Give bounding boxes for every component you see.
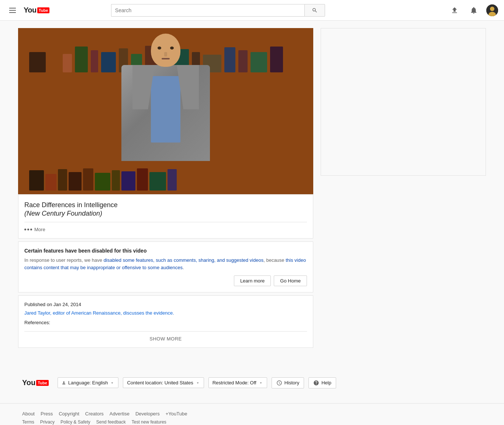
footer-link-copyright[interactable]: Copyright — [59, 411, 79, 417]
main-container: Race Differences in Intelligence (New Ce… — [12, 21, 492, 355]
restricted-mode-selector[interactable]: Restricted Mode: Off — [208, 377, 267, 388]
youtube-logo[interactable]: YouTube — [24, 6, 49, 14]
description-box: Published on Jan 24, 2014 Jared Taylor, … — [18, 295, 313, 348]
search-input[interactable] — [111, 4, 304, 17]
show-more-button[interactable]: SHOW MORE — [24, 331, 307, 342]
footer-controls: Language: English Content location: Unit… — [58, 377, 336, 388]
avatar-image — [486, 4, 498, 16]
clock-icon — [276, 380, 282, 386]
footer-link-test-features[interactable]: Test new features — [132, 419, 166, 425]
sidebar-placeholder — [321, 28, 486, 176]
dots-icon — [24, 229, 32, 230]
disabled-notice-title: Certain features have been disabled for … — [24, 248, 307, 254]
history-label: History — [284, 380, 299, 385]
hamburger-icon — [8, 6, 17, 14]
disabled-link-1[interactable]: disabled some features, such as comments… — [104, 257, 264, 263]
learn-more-button[interactable]: Learn more — [234, 275, 271, 286]
notifications-button[interactable] — [467, 4, 480, 17]
help-icon — [313, 380, 319, 386]
search-form — [111, 4, 325, 17]
upload-button[interactable] — [448, 4, 461, 17]
header-left: YouTube — [6, 4, 49, 17]
footer-logo-text: You — [22, 378, 35, 387]
svg-point-1 — [490, 7, 494, 11]
menu-button[interactable] — [6, 4, 19, 17]
person-icon — [62, 381, 66, 385]
disabled-notice-body: In response to user reports, we have dis… — [24, 257, 307, 271]
references-label: References: — [24, 320, 307, 325]
footer-logo[interactable]: YouTube — [22, 378, 49, 387]
video-title: Race Differences in Intelligence — [24, 200, 307, 210]
footer-links-row: About Press Copyright Creators Advertise… — [22, 411, 482, 417]
footer-link-policy[interactable]: Policy & Safety — [61, 419, 90, 425]
footer-link-press[interactable]: Press — [41, 411, 53, 417]
chevron-down-icon-3 — [259, 381, 263, 385]
footer-logo-badge: Tube — [36, 380, 48, 386]
header-right — [448, 4, 498, 17]
footer-link-feedback[interactable]: Send feedback — [96, 419, 126, 425]
bell-icon — [470, 6, 478, 14]
footer-link-youtube-plus[interactable]: +YouTube — [166, 411, 187, 417]
video-section: Race Differences in Intelligence (New Ce… — [18, 28, 313, 348]
search-button[interactable] — [304, 4, 325, 17]
search-icon — [312, 7, 318, 13]
help-button[interactable]: Help — [308, 377, 336, 388]
content-location-selector[interactable]: Content location: United States — [123, 377, 204, 388]
language-selector[interactable]: Language: English — [58, 377, 119, 388]
video-info-box: Race Differences in Intelligence (New Ce… — [18, 194, 313, 239]
description-text: Jared Taylor, editor of American Renaiss… — [24, 309, 307, 317]
disabled-actions: Learn more Go Home — [24, 275, 307, 286]
more-label: More — [34, 227, 45, 232]
language-label: Language: English — [68, 380, 108, 385]
avatar[interactable] — [486, 4, 498, 16]
bookshelf-background — [18, 28, 313, 194]
sidebar-section — [313, 28, 486, 348]
history-button[interactable]: History — [272, 377, 304, 388]
go-home-button[interactable]: Go Home — [274, 275, 307, 286]
footer-logo-row: YouTube Language: English Content locati… — [0, 370, 504, 396]
help-label: Help — [321, 380, 331, 385]
logo-text: You — [24, 6, 37, 14]
video-thumbnail — [18, 28, 313, 194]
footer: YouTube Language: English Content locati… — [0, 355, 504, 425]
footer-bottom: About Press Copyright Creators Advertise… — [0, 403, 504, 425]
logo-badge: Tube — [37, 7, 49, 13]
chevron-down-icon-2 — [196, 381, 200, 385]
footer-link-creators[interactable]: Creators — [85, 411, 104, 417]
more-row[interactable]: More — [24, 222, 307, 232]
upload-icon — [451, 6, 459, 14]
footer-link-privacy[interactable]: Privacy — [40, 419, 55, 425]
site-header: YouTube — [0, 0, 504, 21]
footer-link-terms[interactable]: Terms — [22, 419, 34, 425]
video-subtitle: (New Century Foundation) — [24, 210, 307, 217]
published-date: Published on Jan 24, 2014 — [24, 302, 307, 307]
content-location-label: Content location: United States — [127, 380, 193, 385]
chevron-down-icon — [110, 381, 114, 385]
footer-link-about[interactable]: About — [22, 411, 35, 417]
footer-link-advertise[interactable]: Advertise — [110, 411, 130, 417]
avatar-svg — [486, 4, 498, 16]
video-player[interactable] — [18, 28, 313, 194]
restricted-mode-label: Restricted Mode: Off — [213, 380, 256, 385]
disabled-notice: Certain features have been disabled for … — [18, 241, 313, 292]
footer-links-bottom: Terms Privacy Policy & Safety Send feedb… — [22, 419, 482, 425]
footer-link-developers[interactable]: Developers — [135, 411, 160, 417]
